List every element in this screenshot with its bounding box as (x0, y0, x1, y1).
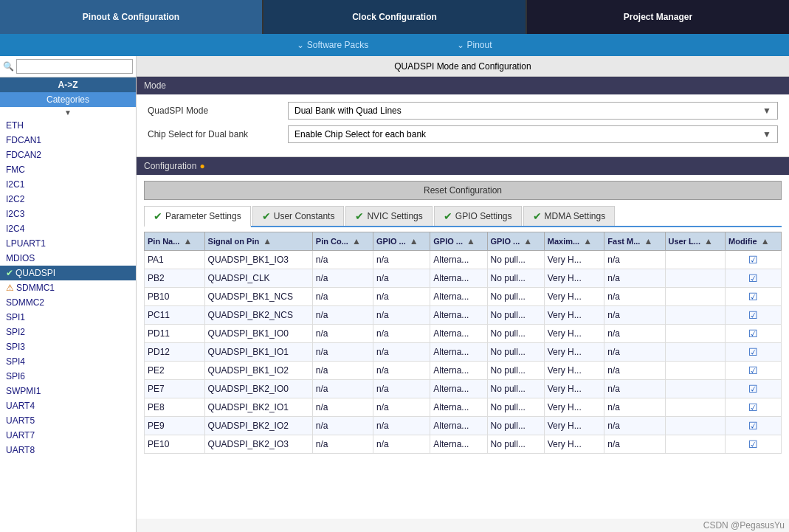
cell-modified[interactable]: ☑ (726, 435, 782, 454)
sidebar-item-i2c4[interactable]: I2C4 (0, 221, 136, 236)
tab-project-manager[interactable]: Project Manager (527, 0, 789, 34)
cell-signal: QUADSPI_BK2_IO2 (204, 417, 312, 435)
chip-select-row: Chip Select for Dual bank Enable Chip Se… (148, 125, 778, 143)
sidebar-item-swpmi1[interactable]: SWPMI1 (0, 384, 136, 398)
sidebar-item-spi3[interactable]: SPI3 (0, 339, 136, 354)
sidebar-item-fdcan1[interactable]: FDCAN1 (0, 133, 136, 148)
subnav-software-packs[interactable]: ⌄ Software Packs (297, 40, 368, 50)
sidebar-item-fdcan2[interactable]: FDCAN2 (0, 148, 136, 162)
col-pin-context[interactable]: Pin Co... ▲ (312, 232, 373, 251)
sidebar-item-i2c3[interactable]: I2C3 (0, 207, 136, 221)
cell-user-label (665, 325, 726, 343)
reset-config-button[interactable]: Reset Configuration (144, 181, 782, 200)
tab-user-const[interactable]: ✔User Constants (252, 206, 345, 226)
tab-pinout-config[interactable]: Pinout & Configuration (0, 0, 262, 34)
cell-maximum: Very H... (544, 380, 604, 398)
cell-pin-name: PC11 (145, 306, 205, 325)
cell-fast-mode: n/a (604, 398, 665, 417)
sidebar-item-spi6[interactable]: SPI6 (0, 369, 136, 384)
sidebar-item-eth[interactable]: ETH (0, 118, 136, 133)
cell-maximum: Very H... (544, 362, 604, 380)
cell-user-label (665, 343, 726, 362)
sidebar-item-uart5[interactable]: UART5 (0, 413, 136, 428)
checkbox-checked-icon: ☑ (748, 438, 758, 450)
cell-maximum: Very H... (544, 435, 604, 454)
cell-modified[interactable]: ☑ (726, 251, 782, 269)
sidebar-item-spi4[interactable]: SPI4 (0, 354, 136, 369)
cell-gpio-out: n/a (373, 398, 430, 417)
cell-fast-mode: n/a (604, 306, 665, 325)
sidebar-az-sort[interactable]: A->Z (0, 77, 136, 92)
cell-pin-context: n/a (312, 269, 373, 288)
tab-clock-config[interactable]: Clock Configuration (262, 0, 527, 34)
sidebar-categories[interactable]: Categories (0, 92, 136, 107)
cell-modified[interactable]: ☑ (726, 362, 782, 380)
subnav-pinout[interactable]: ⌄ Pinout (457, 40, 492, 50)
cell-modified[interactable]: ☑ (726, 269, 782, 288)
cell-user-label (665, 362, 726, 380)
cell-modified[interactable]: ☑ (726, 398, 782, 417)
sidebar-item-quadspi[interactable]: ✔QUADSPI (0, 266, 136, 280)
config-dot: ● (199, 161, 204, 171)
cell-modified[interactable]: ☑ (726, 288, 782, 306)
col-fast-mode[interactable]: Fast M... ▲ (604, 232, 665, 251)
cell-gpio-mode: Alterna... (430, 306, 487, 325)
gpio-table-container[interactable]: Pin Na... ▲Signal on Pin ▲Pin Co... ▲GPI… (144, 232, 782, 513)
chip-select-label: Chip Select for Dual bank (148, 129, 280, 139)
sidebar-item-sdmmc1[interactable]: ⚠SDMMC1 (0, 280, 136, 295)
col-signal[interactable]: Signal on Pin ▲ (204, 232, 312, 251)
cell-fast-mode: n/a (604, 417, 665, 435)
cell-modified[interactable]: ☑ (726, 306, 782, 325)
search-input[interactable] (16, 59, 133, 74)
col-pin-name[interactable]: Pin Na... ▲ (145, 232, 205, 251)
cell-modified[interactable]: ☑ (726, 343, 782, 362)
cell-gpio-pull: No pull... (487, 417, 544, 435)
checkbox-checked-icon: ☑ (748, 309, 758, 321)
cell-gpio-pull: No pull... (487, 325, 544, 343)
cell-pin-context: n/a (312, 380, 373, 398)
cell-modified[interactable]: ☑ (726, 417, 782, 435)
tab-check-icon: ✔ (262, 210, 271, 222)
cell-gpio-out: n/a (373, 362, 430, 380)
config-tabs: ✔Parameter Settings✔User Constants✔NVIC … (144, 206, 782, 227)
col-gpio-pull[interactable]: GPIO ... ▲ (487, 232, 544, 251)
col-modified[interactable]: Modifie ▲ (726, 232, 782, 251)
sidebar-item-i2c1[interactable]: I2C1 (0, 177, 136, 192)
cell-pin-name: PE9 (145, 417, 205, 435)
sidebar-item-i2c2[interactable]: I2C2 (0, 192, 136, 207)
sidebar-item-uart8[interactable]: UART8 (0, 443, 136, 457)
col-gpio-out[interactable]: GPIO ... ▲ (373, 232, 430, 251)
tab-gpio[interactable]: ✔GPIO Settings (434, 206, 522, 226)
cell-fast-mode: n/a (604, 435, 665, 454)
sort-arrow-pin-name: ▲ (183, 236, 192, 246)
tab-check-icon: ✔ (533, 210, 542, 222)
config-section-header: Configuration ● (137, 157, 789, 175)
cell-modified[interactable]: ☑ (726, 380, 782, 398)
sidebar-item-spi1[interactable]: SPI1 (0, 310, 136, 325)
sidebar-item-spi2[interactable]: SPI2 (0, 325, 136, 339)
tab-param[interactable]: ✔Parameter Settings (144, 206, 251, 227)
sidebar-item-fmc[interactable]: FMC (0, 162, 136, 177)
cell-maximum: Very H... (544, 343, 604, 362)
col-gpio-mode[interactable]: GPIO ... ▲ (430, 232, 487, 251)
sidebar-item-uart4[interactable]: UART4 (0, 398, 136, 413)
sidebar-item-uart7[interactable]: UART7 (0, 428, 136, 443)
chip-select-select[interactable]: Enable Chip Select for each bank ▼ (288, 125, 778, 143)
quadspi-mode-select[interactable]: Dual Bank with Quad Lines ▼ (288, 102, 778, 120)
cell-user-label (665, 417, 726, 435)
header-tabs: Pinout & Configuration Clock Configurati… (0, 0, 789, 34)
sidebar-item-mdios[interactable]: MDIOS (0, 251, 136, 266)
cell-gpio-mode: Alterna... (430, 288, 487, 306)
tab-mdma[interactable]: ✔MDMA Settings (523, 206, 616, 226)
sidebar-item-sdmmc2[interactable]: SDMMC2 (0, 295, 136, 310)
sidebar-item-lpuart1[interactable]: LPUART1 (0, 236, 136, 251)
cell-maximum: Very H... (544, 325, 604, 343)
cell-modified[interactable]: ☑ (726, 325, 782, 343)
table-row: PC11QUADSPI_BK2_NCSn/an/aAlterna...No pu… (145, 306, 782, 325)
col-user-label[interactable]: User L... ▲ (665, 232, 726, 251)
col-maximum[interactable]: Maxim... ▲ (544, 232, 604, 251)
cell-pin-name: PB2 (145, 269, 205, 288)
checkbox-checked-icon: ☑ (748, 365, 758, 376)
cell-pin-context: n/a (312, 343, 373, 362)
tab-nvic[interactable]: ✔NVIC Settings (345, 206, 432, 226)
